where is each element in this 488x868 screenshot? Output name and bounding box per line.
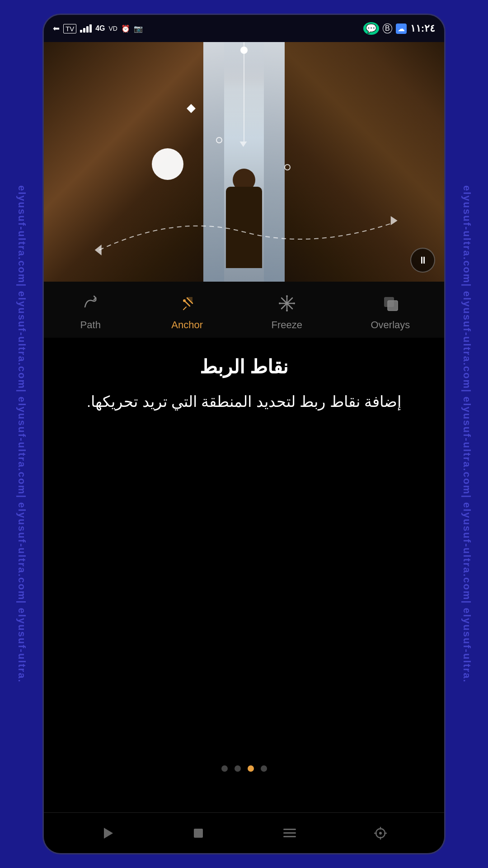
svg-rect-19 (194, 829, 203, 838)
svg-marker-6 (187, 297, 192, 302)
svg-point-4 (183, 299, 186, 302)
back-icon: ⬅ (53, 24, 60, 33)
status-bar: ⬅ TV 4G VD ⏰ 📷 💬 B ☁ ١١:٢٤ (44, 15, 444, 42)
content-title: نقاط الربط (200, 356, 289, 378)
tool-freeze[interactable]: Freeze (271, 291, 302, 331)
bottom-nav (44, 812, 444, 853)
svg-marker-1 (391, 216, 398, 225)
svg-rect-21 (283, 832, 296, 834)
overlays-icon (378, 291, 403, 316)
svg-rect-16 (388, 301, 398, 311)
path-overlay (44, 42, 444, 282)
dot-4[interactable] (261, 765, 267, 772)
path-arrow (239, 142, 247, 147)
chat-icon: 💬 (363, 22, 379, 35)
nav-target[interactable] (367, 820, 394, 847)
svg-point-14 (293, 302, 295, 304)
curved-path-svg (64, 205, 424, 259)
anchor-mid[interactable] (216, 137, 222, 143)
svg-line-5 (183, 307, 186, 310)
status-left: ⬅ TV 4G VD ⏰ 📷 (53, 24, 143, 33)
control-point[interactable] (152, 148, 183, 180)
anchor-top[interactable] (240, 47, 248, 54)
watermark-right: elyusuf-ultra.com| elyusuf-ultra.com| el… (445, 0, 488, 868)
anchor-right[interactable] (284, 164, 291, 170)
tv-icon: TV (63, 24, 76, 33)
svg-rect-22 (283, 836, 296, 837)
pause-button[interactable]: ⏸ (410, 248, 435, 273)
svg-rect-20 (283, 829, 296, 830)
phone-frame: ⬅ TV 4G VD ⏰ 📷 💬 B ☁ ١١:٢٤ (42, 14, 446, 854)
vd-icon: VD (109, 25, 117, 32)
overlays-label: Overlays (371, 319, 410, 331)
path-line (244, 42, 244, 142)
path-label: Path (80, 319, 101, 331)
cloud-icon: ☁ (396, 24, 407, 34)
anchor-icon (175, 291, 200, 316)
diamond-anchor[interactable] (187, 104, 196, 113)
b-icon: B (383, 24, 392, 33)
svg-point-24 (379, 832, 382, 835)
content-section: نقاط الربط إضافة نقاط ربط لتحديد المنطقة… (44, 338, 444, 812)
signal-bars (80, 24, 92, 33)
svg-marker-0 (95, 245, 102, 255)
camera-icon: 📷 (134, 24, 143, 33)
network-type: 4G (95, 24, 105, 33)
nav-menu[interactable] (276, 820, 303, 847)
watermark-text-right: elyusuf-ultra.com| elyusuf-ultra.com| el… (461, 185, 473, 683)
svg-point-11 (286, 295, 288, 297)
content-description: إضافة نقاط ربط لتحديد المنطقة التي تريد … (87, 389, 402, 414)
nav-play[interactable] (94, 820, 121, 847)
tool-path[interactable]: Path (78, 291, 103, 331)
nav-stop[interactable] (185, 820, 212, 847)
svg-point-12 (286, 310, 288, 311)
status-time: ١١:٢٤ (410, 23, 435, 34)
dot-1[interactable] (221, 765, 228, 772)
path-icon (78, 291, 103, 316)
toolbar: Path Anchor (44, 282, 444, 338)
video-section[interactable]: ⏸ (44, 42, 444, 282)
clock-icon: ⏰ (121, 24, 130, 33)
status-right: 💬 B ☁ ١١:٢٤ (363, 22, 435, 35)
pause-icon: ⏸ (418, 255, 428, 266)
watermark-left: elyusuf-ultra.com| elyusuf-ultra.com| el… (0, 0, 43, 868)
watermark-text-left: elyusuf-ultra.com| elyusuf-ultra.com| el… (16, 185, 28, 683)
tool-overlays[interactable]: Overlays (371, 291, 410, 331)
freeze-icon (274, 291, 299, 316)
svg-point-13 (279, 302, 281, 304)
dot-3[interactable] (248, 765, 254, 772)
anchor-label: Anchor (171, 319, 203, 331)
page-dots (221, 765, 267, 781)
dot-2[interactable] (235, 765, 241, 772)
tool-anchor[interactable]: Anchor (171, 291, 203, 331)
freeze-label: Freeze (271, 319, 302, 331)
svg-marker-18 (104, 828, 113, 839)
